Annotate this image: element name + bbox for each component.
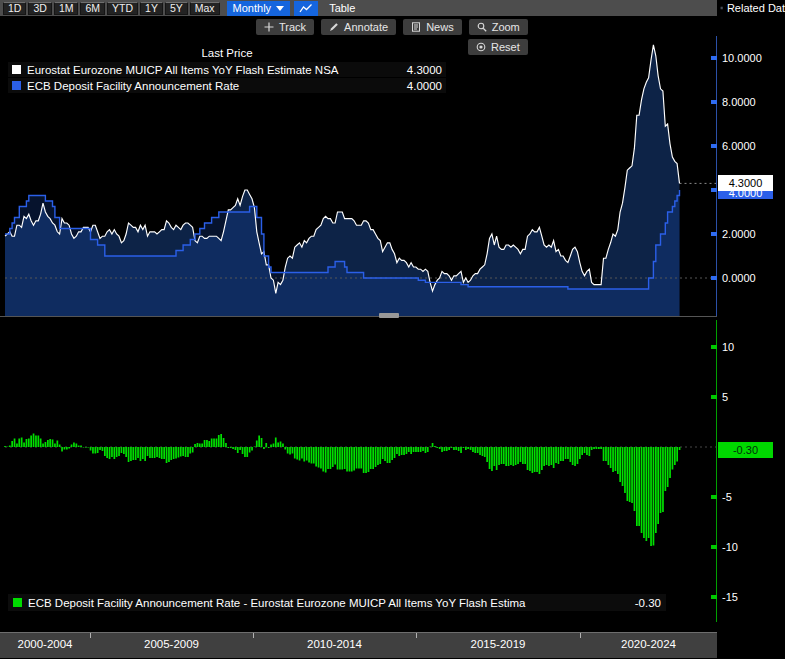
track-icon [264,22,274,32]
legend-title: Last Price [8,46,446,61]
spread-series-label: ECB Deposit Facility Announcement Rate -… [28,597,629,609]
track-label: Track [279,21,306,33]
spread-legend[interactable]: ECB Deposit Facility Announcement Rate -… [8,594,666,611]
line-chart-icon [299,3,313,14]
x-axis-tick [90,633,91,638]
period-button-1y[interactable]: 1Y [140,2,163,15]
panel-divider-handle[interactable] [379,313,399,318]
track-button[interactable]: Track [256,19,314,35]
x-axis-tick [580,633,581,638]
chevron-down-icon [276,6,284,11]
news-icon [411,22,421,32]
news-label: News [426,21,454,33]
spread-y-tick-label: 5 [722,391,728,403]
panel-divider [0,316,717,317]
main-y-tick [711,100,717,104]
rate-swatch [12,81,21,90]
reset-icon [476,42,486,52]
inflation-series-label: Eurostat Eurozone MUICP All Items YoY Fl… [27,64,401,76]
main-y-tick [711,56,717,60]
spread-y-tick [711,495,717,499]
spread-series-value: -0.30 [635,597,661,609]
x-axis-label: 2000-2004 [0,638,90,650]
interval-label: Monthly [233,2,272,14]
zoom-label: Zoom [492,21,520,33]
pencil-icon [329,22,339,32]
rate-series-label: ECB Deposit Facility Announcement Rate [27,80,401,92]
annotate-label: Annotate [344,21,388,33]
toolbar-top: 1D3D1M6MYTD1Y5YMax Monthly Table [0,0,717,16]
main-y-tick-label: 10.0000 [722,52,762,64]
main-y-tick [711,144,717,148]
main-legend: Last Price Eurostat Eurozone MUICP All I… [8,46,446,93]
period-button-1d[interactable]: 1D [3,2,26,15]
spread-chart-plot[interactable]: 105-5-10-15 [0,320,785,622]
spread-y-tick [711,345,717,349]
table-button[interactable]: Table [329,2,355,14]
spread-y-tick-label: -10 [722,541,738,553]
reset-button[interactable]: Reset [468,39,528,55]
spread-y-tick [711,595,717,599]
main-y-tick [711,276,717,280]
spread-y-tick [711,545,717,549]
interval-dropdown[interactable]: Monthly [227,1,291,16]
x-axis-label: 2010-2014 [253,638,416,650]
x-axis-tick [416,633,417,638]
chart-type-button[interactable] [294,1,318,16]
main-y-tick-label: 2.0000 [722,228,756,240]
spread-y-tick [711,395,717,399]
spread-swatch [13,598,22,607]
related-data-button[interactable]: Related Dat [717,0,785,16]
inflation-swatch [12,65,21,74]
x-axis-label: 2020-2024 [580,638,717,650]
last-price-badge-inflation: 4.3000 [718,175,773,191]
x-axis-label: 2005-2009 [90,638,253,650]
spread-y-tick-label: -5 [722,491,732,503]
related-data-icon [720,3,723,13]
period-button-max[interactable]: Max [190,2,220,15]
related-data-label: Related Dat [727,2,785,14]
annotate-button[interactable]: Annotate [321,19,396,35]
spread-bars [4,434,680,547]
inflation-series-value: 4.3000 [407,64,442,76]
last-price-badge-spread: -0.30 [718,442,773,458]
legend-row-inflation[interactable]: Eurostat Eurozone MUICP All Items YoY Fl… [8,62,446,77]
period-button-1m[interactable]: 1M [54,2,79,15]
magnifier-icon [477,22,487,32]
reset-label: Reset [491,41,520,53]
main-y-tick [711,188,717,192]
x-axis-tick [253,633,254,638]
spread-y-tick-label: -15 [722,591,738,603]
period-button-6m[interactable]: 6M [80,2,105,15]
spread-y-tick-label: 10 [722,341,734,353]
news-button[interactable]: News [403,19,462,35]
main-y-tick [711,232,717,236]
terminal-chart-window: 10.00008.00006.00004.00002.00000.0000 10… [0,0,785,659]
legend-row-rate[interactable]: ECB Deposit Facility Announcement Rate 4… [8,78,446,93]
period-button-3d[interactable]: 3D [28,2,51,15]
chart-toolbar: Track Annotate News Zoom [256,19,528,35]
main-y-tick-label: 0.0000 [722,272,756,284]
period-button-ytd[interactable]: YTD [107,2,138,15]
rate-series-value: 4.0000 [407,80,442,92]
main-y-tick-label: 6.0000 [722,140,756,152]
zoom-button[interactable]: Zoom [469,19,528,35]
x-axis: 2000-20042005-20092010-20142015-20192020… [0,632,717,658]
main-y-tick-label: 8.0000 [722,96,756,108]
period-buttons: 1D3D1M6MYTD1Y5YMax [3,2,220,15]
x-axis-label: 2015-2019 [416,638,580,650]
period-button-5y[interactable]: 5Y [165,2,188,15]
